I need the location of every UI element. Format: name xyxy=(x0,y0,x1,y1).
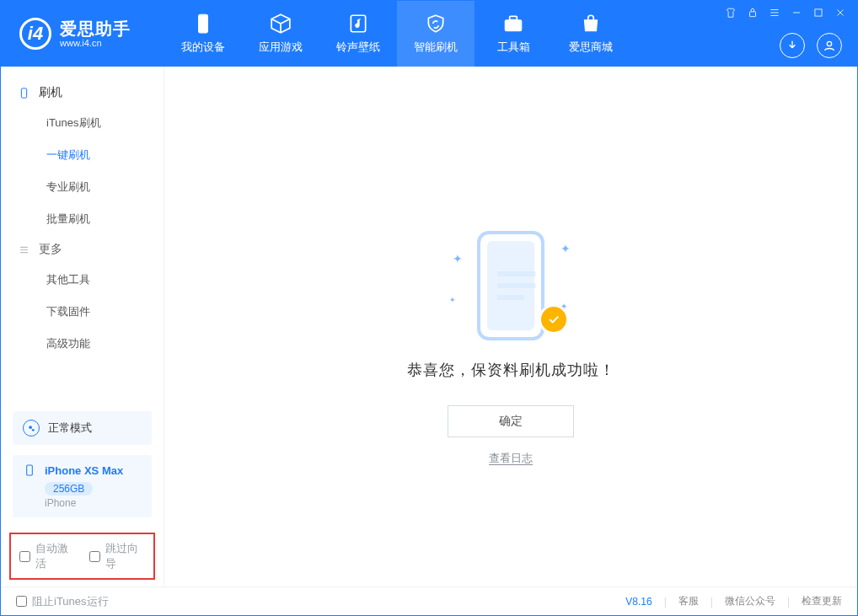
sidebar-nav: 刷机 iTunes刷机 一键刷机 专业刷机 批量刷机 更多 其他工具 下载固件 … xyxy=(1,67,164,403)
sidebar-bottom: 正常模式 iPhone XS Max 256GB iPhone xyxy=(1,403,164,528)
tab-label: 应用游戏 xyxy=(259,40,303,55)
mode-card[interactable]: 正常模式 xyxy=(13,411,152,445)
tab-label: 铃声壁纸 xyxy=(336,40,380,55)
auto-activate-input[interactable] xyxy=(19,551,30,562)
success-illustration: ✦ ✦ ✦ ✦ xyxy=(448,227,574,345)
toolbox-icon xyxy=(502,13,524,35)
block-itunes-label: 阻止iTunes运行 xyxy=(32,594,109,609)
sparkle-icon: ✦ xyxy=(453,252,463,265)
skip-setup-input[interactable] xyxy=(89,551,100,562)
mode-label: 正常模式 xyxy=(48,420,92,436)
window-controls xyxy=(724,6,847,19)
shirt-icon[interactable] xyxy=(724,6,737,19)
shopping-bag-icon xyxy=(580,13,602,35)
tab-smart-flash[interactable]: 智能刷机 xyxy=(397,1,475,67)
auto-activate-label: 自动激活 xyxy=(35,541,76,571)
sidebar-item-oneclick-flash[interactable]: 一键刷机 xyxy=(1,139,164,171)
svg-rect-0 xyxy=(199,14,208,33)
logo-text: 爱思助手 www.i4.cn xyxy=(60,19,131,48)
list-icon xyxy=(18,244,30,256)
footer: 阻止iTunes运行 V8.16 | 客服 | 微信公众号 | 检查更新 xyxy=(1,587,857,615)
sparkle-icon: ✦ xyxy=(560,302,567,311)
sidebar-item-download-firmware[interactable]: 下载固件 xyxy=(1,296,164,328)
body: 刷机 iTunes刷机 一键刷机 专业刷机 批量刷机 更多 其他工具 下载固件 … xyxy=(1,67,857,587)
svg-rect-5 xyxy=(815,9,822,16)
wechat-link[interactable]: 微信公众号 xyxy=(725,594,775,608)
tab-label: 我的设备 xyxy=(181,40,225,55)
svg-rect-7 xyxy=(21,88,26,97)
success-message: 恭喜您，保资料刷机成功啦！ xyxy=(407,360,615,380)
logo-icon: i4 xyxy=(19,18,51,50)
block-itunes-checkbox[interactable]: 阻止iTunes运行 xyxy=(16,594,109,609)
separator: | xyxy=(664,596,667,608)
tab-apps-games[interactable]: 应用游戏 xyxy=(242,1,319,67)
tab-label: 工具箱 xyxy=(497,40,530,55)
separator: | xyxy=(787,596,790,608)
main-panel: ✦ ✦ ✦ ✦ 恭喜您，保资料刷机成功啦！ 确定 查看日志 xyxy=(164,67,857,587)
app-url: www.i4.cn xyxy=(60,38,131,48)
logo-area: i4 爱思助手 www.i4.cn xyxy=(1,1,164,67)
sidebar-item-pro-flash[interactable]: 专业刷机 xyxy=(1,171,164,203)
device-name: iPhone XS Max xyxy=(45,464,123,477)
music-note-icon xyxy=(347,13,369,35)
svg-rect-3 xyxy=(510,16,517,19)
highlight-options: 自动激活 跳过向导 xyxy=(9,533,155,580)
device-card[interactable]: iPhone XS Max 256GB iPhone xyxy=(13,455,152,517)
separator: | xyxy=(711,596,713,608)
sparkle-icon: ✦ xyxy=(560,242,571,255)
app-window: i4 爱思助手 www.i4.cn 我的设备 应用游戏 铃声壁纸 智能刷机 xyxy=(0,0,858,616)
skip-setup-checkbox[interactable]: 跳过向导 xyxy=(89,541,146,571)
auto-activate-checkbox[interactable]: 自动激活 xyxy=(19,541,76,571)
refresh-shield-icon xyxy=(425,13,447,35)
sparkle-icon: ✦ xyxy=(449,296,456,304)
close-icon[interactable] xyxy=(834,6,847,19)
minimize-icon[interactable] xyxy=(790,6,803,19)
svg-point-9 xyxy=(31,428,34,431)
user-icon[interactable] xyxy=(817,33,842,58)
sidebar-item-itunes-flash[interactable]: iTunes刷机 xyxy=(1,107,164,139)
sidebar-item-advanced[interactable]: 高级功能 xyxy=(1,328,164,360)
section-label: 刷机 xyxy=(39,85,62,100)
mode-icon xyxy=(23,420,40,437)
phone-graphic xyxy=(477,231,544,340)
device-storage: 256GB xyxy=(45,482,93,495)
footer-left: 阻止iTunes运行 xyxy=(16,594,109,609)
footer-right: V8.16 | 客服 | 微信公众号 | 检查更新 xyxy=(625,594,842,608)
app-name: 爱思助手 xyxy=(60,19,131,38)
maximize-icon[interactable] xyxy=(812,6,825,19)
sidebar-item-other-tools[interactable]: 其他工具 xyxy=(1,264,164,296)
section-label: 更多 xyxy=(39,242,62,257)
svg-point-6 xyxy=(827,41,831,46)
device-icon xyxy=(192,13,214,35)
skip-setup-label: 跳过向导 xyxy=(105,541,146,571)
customer-service-link[interactable]: 客服 xyxy=(678,594,699,608)
tab-ringtone-wallpaper[interactable]: 铃声壁纸 xyxy=(319,1,397,67)
tab-toolbox[interactable]: 工具箱 xyxy=(475,1,552,67)
svg-rect-4 xyxy=(750,12,756,17)
sidebar: 刷机 iTunes刷机 一键刷机 专业刷机 批量刷机 更多 其他工具 下载固件 … xyxy=(1,67,164,587)
view-log-link[interactable]: 查看日志 xyxy=(489,451,533,466)
sidebar-section-flash: 刷机 xyxy=(1,78,164,107)
svg-rect-10 xyxy=(27,465,33,475)
version-label: V8.16 xyxy=(625,596,652,608)
phone-outline-icon xyxy=(23,463,36,477)
svg-rect-2 xyxy=(505,20,522,31)
device-type: iPhone xyxy=(45,497,142,509)
header-actions xyxy=(780,33,842,58)
lock-icon[interactable] xyxy=(746,6,759,19)
phone-icon xyxy=(18,87,30,99)
check-update-link[interactable]: 检查更新 xyxy=(802,594,842,608)
tabs: 我的设备 应用游戏 铃声壁纸 智能刷机 工具箱 爱思商城 xyxy=(164,1,630,67)
block-itunes-input[interactable] xyxy=(16,596,27,607)
tab-my-device[interactable]: 我的设备 xyxy=(164,1,242,67)
tab-label: 爱思商城 xyxy=(569,40,613,55)
tab-store[interactable]: 爱思商城 xyxy=(552,1,630,67)
sidebar-item-batch-flash[interactable]: 批量刷机 xyxy=(1,203,164,235)
cube-icon xyxy=(270,13,292,35)
svg-point-8 xyxy=(29,426,32,429)
menu-icon[interactable] xyxy=(768,6,781,19)
download-icon[interactable] xyxy=(780,33,805,58)
confirm-button[interactable]: 确定 xyxy=(448,405,574,437)
tab-label: 智能刷机 xyxy=(414,40,458,55)
sidebar-section-more: 更多 xyxy=(1,235,164,264)
